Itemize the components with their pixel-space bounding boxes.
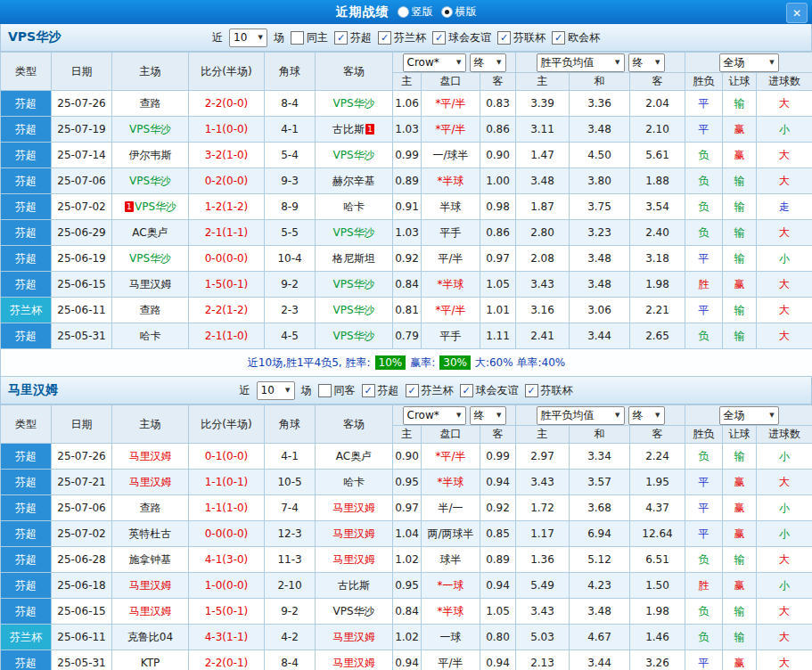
match-row: 芬兰杯25-06-11查路2-2(1-2)2-3VPS华沙0.81*平/半1.0… bbox=[1, 298, 812, 323]
away-team-cell[interactable]: VPS华沙 bbox=[316, 323, 393, 349]
home-team-cell[interactable]: VPS华沙 bbox=[112, 168, 189, 194]
match-row: 芬超25-05-31哈卡2-1(1-0)4-5VPS华沙0.79平手1.112.… bbox=[1, 323, 812, 349]
odds-company-select[interactable]: Crow*▼ bbox=[403, 53, 466, 72]
away-team-cell[interactable]: AC奥卢 bbox=[316, 444, 393, 470]
score-cell: 0-0(0-0) bbox=[189, 246, 265, 272]
corner-cell: 9-2 bbox=[265, 272, 316, 298]
home-team-cell[interactable]: AC奥卢 bbox=[112, 220, 189, 246]
layout-vertical-radio[interactable]: 竖版 bbox=[398, 4, 433, 20]
scope-select[interactable]: 全场▼ bbox=[719, 406, 779, 425]
avg-away-cell: 2.21 bbox=[630, 298, 685, 323]
filter-checkbox[interactable]: ✓芬兰杯 bbox=[378, 30, 426, 45]
home-team-cell[interactable]: VPS华沙 bbox=[112, 246, 189, 272]
odds-away-cell: 0.94 bbox=[480, 470, 516, 495]
avg-final-select[interactable]: 终▼ bbox=[628, 406, 665, 425]
avg-type-select[interactable]: 胜平负均值▼ bbox=[537, 406, 625, 425]
home-team-cell[interactable]: 马里汉姆 bbox=[112, 444, 189, 470]
home-team-cell[interactable]: 马里汉姆 bbox=[112, 599, 189, 625]
home-team-cell[interactable]: 马里汉姆 bbox=[112, 272, 189, 298]
team-name-text: VPS华沙 bbox=[332, 330, 374, 342]
result-cell: 负 bbox=[685, 220, 723, 246]
score-cell: 2-1(1-1) bbox=[189, 220, 265, 246]
date-cell: 25-07-06 bbox=[52, 495, 112, 521]
avg-draw-cell: 3.80 bbox=[570, 168, 630, 194]
match-count-select[interactable]: 10▼ bbox=[229, 29, 267, 47]
column-header: 客 bbox=[630, 73, 685, 91]
away-team-cell[interactable]: 马里汉姆 bbox=[316, 625, 393, 650]
corner-cell: 4-1 bbox=[265, 444, 316, 470]
league-type-cell: 芬超 bbox=[1, 599, 52, 625]
home-team-cell[interactable]: 施拿钟基 bbox=[112, 547, 189, 573]
away-team-cell[interactable]: 马里汉姆 bbox=[316, 547, 393, 573]
avg-final-select[interactable]: 终▼ bbox=[628, 53, 665, 72]
match-count-select-value: 10 bbox=[234, 31, 247, 44]
summary-tail-text: 大:60% 单率:40% bbox=[475, 356, 565, 369]
away-team-cell[interactable]: VPS华沙 bbox=[316, 143, 393, 168]
home-team-cell[interactable]: 克鲁比04 bbox=[112, 625, 189, 650]
away-team-cell[interactable]: VPS华沙 bbox=[316, 599, 393, 625]
away-team-cell[interactable]: 古比斯 bbox=[316, 573, 393, 599]
avg-header-group: 胜平负均值▼终▼ bbox=[516, 405, 685, 426]
away-team-cell[interactable]: VPS华沙 bbox=[316, 298, 393, 323]
odds-home-cell: 1.02 bbox=[393, 547, 422, 573]
filter-checkbox[interactable]: ✓芬兰杯 bbox=[406, 383, 454, 398]
odds-company-select[interactable]: Crow*▼ bbox=[403, 406, 466, 425]
away-team-cell[interactable]: 赫尔辛基 bbox=[316, 168, 393, 194]
column-header: 盘口 bbox=[422, 73, 480, 91]
home-team-cell[interactable]: 马里汉姆 bbox=[112, 470, 189, 495]
away-team-cell[interactable]: VPS华沙 bbox=[316, 220, 393, 246]
league-type-cell: 芬超 bbox=[1, 168, 52, 194]
home-team-cell[interactable]: KTP bbox=[112, 650, 189, 670]
filter-checkbox[interactable]: ✓芬联杯 bbox=[525, 383, 573, 398]
away-team-cell[interactable]: 马里汉姆 bbox=[316, 650, 393, 670]
filter-checkbox[interactable]: ✓球会友谊 bbox=[460, 383, 519, 398]
handicap-win-rate-badge: 30% bbox=[439, 355, 471, 370]
filter-checkbox[interactable]: ✓欧会杯 bbox=[552, 30, 600, 45]
away-team-cell[interactable]: 格尼斯坦 bbox=[316, 246, 393, 272]
avg-draw-cell: 4.23 bbox=[570, 573, 630, 599]
home-team-cell[interactable]: 马里汉姆 bbox=[112, 573, 189, 599]
column-header: 比分(半场) bbox=[189, 405, 265, 444]
away-team-cell[interactable]: 哈卡 bbox=[316, 470, 393, 495]
avg-home-cell: 1.87 bbox=[516, 194, 570, 220]
home-team-cell[interactable]: 哈卡 bbox=[112, 323, 189, 349]
goals-result-cell: 大 bbox=[757, 547, 812, 573]
handicap-result-cell: 输 bbox=[723, 220, 757, 246]
away-team-cell[interactable]: VPS华沙 bbox=[316, 91, 393, 117]
column-header: 进球数 bbox=[757, 426, 812, 444]
home-team-cell[interactable]: 查路 bbox=[112, 495, 189, 521]
corner-cell: 12-3 bbox=[265, 521, 316, 547]
result-cell: 平 bbox=[685, 246, 723, 272]
home-team-cell[interactable]: 查路 bbox=[112, 298, 189, 323]
match-count-select[interactable]: 10▼ bbox=[257, 381, 295, 400]
avg-type-select[interactable]: 胜平负均值▼ bbox=[537, 53, 625, 72]
sections-container: VPS华沙近10▼场同主✓芬超✓芬兰杯✓球会友谊✓芬联杯✓欧会杯类型日期主场比分… bbox=[0, 24, 812, 670]
odds-final-select[interactable]: 终▼ bbox=[470, 406, 506, 425]
radio-horizontal-label: 横版 bbox=[455, 4, 477, 20]
home-team-cell[interactable]: 伊尔韦斯 bbox=[112, 143, 189, 168]
scope-select[interactable]: 全场▼ bbox=[719, 53, 779, 72]
home-team-cell[interactable]: VPS华沙 bbox=[112, 117, 189, 143]
filter-checkbox[interactable]: 同主 bbox=[291, 30, 328, 45]
filter-checkbox[interactable]: ✓芬联杯 bbox=[497, 30, 545, 45]
home-team-cell[interactable]: 查路 bbox=[112, 91, 189, 117]
home-team-cell[interactable]: 英特杜古 bbox=[112, 521, 189, 547]
filter-checkbox[interactable]: ✓球会友谊 bbox=[432, 30, 491, 45]
layout-horizontal-radio[interactable]: 横版 bbox=[441, 4, 477, 20]
handicap-result-cell: 输 bbox=[723, 246, 757, 272]
corner-cell: 9-3 bbox=[265, 168, 316, 194]
filter-checkbox[interactable]: ✓芬超 bbox=[334, 30, 372, 45]
home-team-cell[interactable]: 1VPS华沙 bbox=[112, 194, 189, 220]
filter-checkbox[interactable]: 同客 bbox=[318, 383, 356, 398]
away-team-cell[interactable]: VPS华沙 bbox=[316, 272, 393, 298]
filter-checkbox[interactable]: ✓芬超 bbox=[362, 383, 399, 398]
odds-final-select[interactable]: 终▼ bbox=[470, 53, 506, 72]
close-button[interactable]: ✕ bbox=[786, 3, 808, 23]
away-team-cell[interactable]: 马里汉姆 bbox=[316, 521, 393, 547]
away-team-cell[interactable]: 古比斯1 bbox=[316, 117, 393, 143]
result-cell: 平 bbox=[685, 91, 723, 117]
goals-result-cell: 大 bbox=[757, 143, 812, 168]
match-row: 芬兰杯25-06-11克鲁比044-3(1-1)4-2马里汉姆1.02一球0.8… bbox=[1, 625, 812, 650]
away-team-cell[interactable]: 哈卡 bbox=[316, 194, 393, 220]
away-team-cell[interactable]: 马里汉姆 bbox=[316, 495, 393, 521]
